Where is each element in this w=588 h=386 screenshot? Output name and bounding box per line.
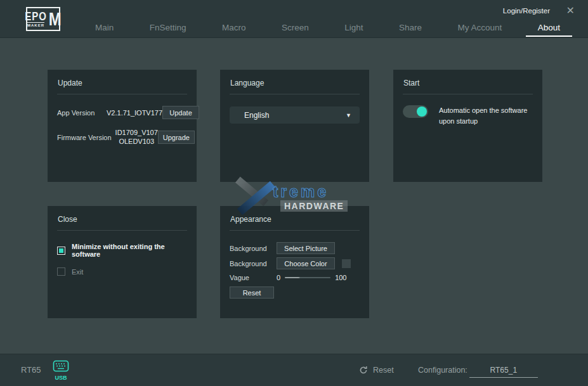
vague-label: Vague [230,274,277,281]
device-name: RT65 [21,365,41,375]
background-color-swatch [342,259,351,268]
configuration-label: Configuration: [418,366,467,375]
epomaker-logo: EPO MAKER M [26,7,60,31]
vague-max-value: 100 [335,274,346,281]
tab-macro[interactable]: Macro [222,23,246,32]
status-bar: RT65 USB Reset Configuration: RT65_1 [0,354,588,386]
autostart-row: Automatic open the software upon startup [393,94,542,127]
exit-label: Exit [72,268,83,276]
appearance-panel: Appearance Background Select Picture Bac… [220,206,369,318]
language-dropdown[interactable]: English ▼ [230,106,360,124]
language-selected-value: English [244,111,269,120]
appearance-reset-row: Reset [220,286,369,299]
divider [230,94,360,94]
login-register-link[interactable]: Login/Register [503,7,550,15]
refresh-icon [359,366,368,375]
choose-color-button[interactable]: Choose Color [277,257,335,269]
minimize-label: Minimize without exiting the software [72,243,187,258]
close-icon[interactable]: ✕ [566,4,575,17]
minimize-checkbox[interactable] [57,247,65,255]
chevron-down-icon: ▼ [346,112,351,119]
toggle-knob [417,106,427,117]
tab-main[interactable]: Main [95,23,114,32]
app-version-row: App Version V2.1.71_IOTV177 Update [48,106,197,119]
tab-about[interactable]: About [538,23,560,32]
exit-checkbox[interactable] [57,267,65,276]
background-picture-label: Background [230,245,277,252]
reset-configuration-button[interactable]: Reset [359,366,394,375]
divider [57,230,187,231]
app-version-label: App Version [57,109,97,117]
autostart-label: Automatic open the software upon startup [439,105,533,127]
tab-share[interactable]: Share [399,23,422,32]
firmware-version-label: Firmware Version [57,134,112,141]
select-picture-button[interactable]: Select Picture [277,242,335,254]
exit-option-row: Exit [48,267,197,276]
close-panel-title: Close [48,206,197,224]
background-color-row: Background Choose Color [220,257,369,269]
title-bar: EPO MAKER M Main FnSetting Macro Screen … [0,0,588,38]
divider [57,94,187,94]
update-panel: Update App Version V2.1.71_IOTV177 Updat… [48,70,197,182]
background-picture-row: Background Select Picture [220,242,369,254]
close-panel: Close Minimize without exiting the softw… [48,206,197,318]
app-version-value: V2.1.71_IOTV177 [107,109,162,117]
usb-label: USB [51,375,70,381]
configuration-field: Configuration: RT65_1 [418,366,538,378]
reset-label: Reset [373,366,394,375]
firmware-version-row: Firmware Version ID1709_V107 OLEDV103 Up… [48,129,197,146]
configuration-value[interactable]: RT65_1 [469,366,538,378]
upgrade-button[interactable]: Upgrade [158,131,195,144]
minimize-option-row: Minimize without exiting the software [48,243,197,258]
appearance-panel-title: Appearance [220,206,369,224]
update-button[interactable]: Update [162,106,199,119]
usb-connection-indicator: USB [51,360,70,381]
tab-screen[interactable]: Screen [282,23,309,32]
main-nav: Main FnSetting Macro Screen Light Share … [95,21,560,34]
language-panel-title: Language [220,70,369,87]
vague-slider[interactable] [285,277,330,278]
background-color-label: Background [230,260,277,267]
keyboard-icon [53,360,69,372]
vague-min-value: 0 [277,274,280,281]
start-panel-title: Start [393,70,542,87]
language-panel: Language English ▼ [220,70,369,182]
logo-text-m: M [49,11,62,28]
tab-my-account[interactable]: My Account [457,23,502,32]
divider [230,230,360,231]
appearance-reset-button[interactable]: Reset [230,286,274,299]
autostart-toggle[interactable] [403,105,428,118]
vague-slider-row: Vague 0 100 [220,274,369,281]
firmware-version-value: ID1709_V107 OLEDV103 [115,129,158,146]
update-panel-title: Update [48,70,197,87]
start-panel: Start Automatic open the software upon s… [393,70,542,182]
tab-fnsetting[interactable]: FnSetting [150,23,186,32]
logo-text-epo: EPO [25,10,47,22]
watermark-treme-text: treme [273,183,329,201]
tab-light[interactable]: Light [344,23,363,32]
